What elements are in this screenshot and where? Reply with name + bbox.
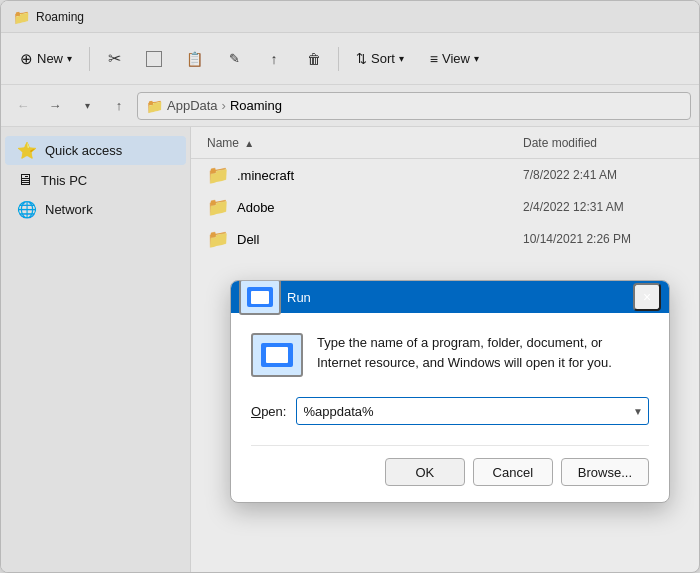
dialog-cancel-button[interactable]: Cancel [473, 458, 553, 486]
dialog-close-button[interactable]: × [633, 283, 661, 311]
dialog-description: Type the name of a program, folder, docu… [317, 333, 649, 372]
dialog-run-icon-screen-large [266, 347, 288, 363]
run-icon [239, 280, 281, 315]
dialog-run-icon-large [251, 333, 303, 377]
run-icon-screen [251, 291, 269, 304]
dialog-browse-button[interactable]: Browse... [561, 458, 649, 486]
dialog-run-icon-inner-large [261, 343, 293, 367]
dialog-open-label: Open: [251, 404, 286, 419]
dialog-title-bar: Run × [231, 281, 669, 313]
dialog-overlay: Run × Type the name of a program, folder… [0, 0, 700, 573]
dialog-info-row: Type the name of a program, folder, docu… [251, 333, 649, 377]
run-dialog: Run × Type the name of a program, folder… [230, 280, 670, 503]
dialog-buttons: OK Cancel Browse... [251, 445, 649, 486]
dialog-title-left: Run [239, 280, 311, 315]
dialog-ok-button[interactable]: OK [385, 458, 465, 486]
dialog-open-row: Open: ▼ [251, 397, 649, 425]
dialog-input-wrap: ▼ [296, 397, 649, 425]
dialog-title-text: Run [287, 290, 311, 305]
close-icon: × [643, 289, 651, 305]
dialog-body: Type the name of a program, folder, docu… [231, 313, 669, 502]
dialog-open-input[interactable] [296, 397, 649, 425]
run-icon-inner [247, 287, 273, 307]
